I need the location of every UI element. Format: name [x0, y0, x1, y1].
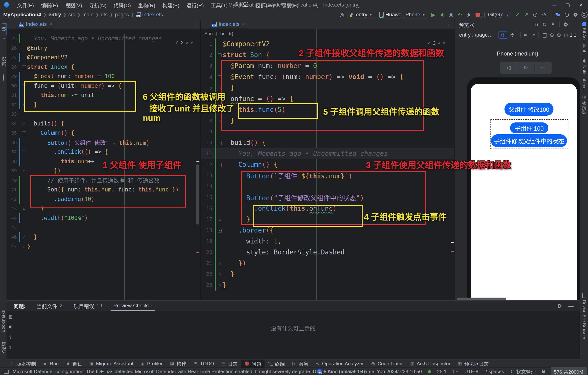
maximize-icon[interactable]: ▢ [561, 0, 575, 10]
lock-icon[interactable] [542, 371, 545, 373]
editor-breadcrumb[interactable]: Son❯build() [204, 30, 233, 37]
fold-marker[interactable]: ⌂ [217, 261, 223, 265]
code-line[interactable]: 5⌂ } [201, 82, 454, 93]
fold-marker[interactable]: − [21, 131, 27, 135]
preview-button-parent[interactable]: 父组件 修改100 [504, 103, 554, 116]
tool-window-button-版本控制[interactable]: 版本控制 [6, 360, 39, 367]
tool-tab-project[interactable]: 项目 [0, 22, 7, 31]
rerun-button[interactable]: ↻ [456, 11, 463, 18]
plug-icon[interactable] [549, 21, 556, 28]
rotate-device-icon[interactable]: ↻ [517, 61, 534, 74]
code-line[interactable]: 46⌂ } [7, 232, 200, 242]
code-line[interactable]: 30− func = (unit: number) => { [7, 81, 200, 91]
code-line[interactable]: 11 You, Moments ago • Uncommitted change… [201, 148, 454, 159]
fold-marker[interactable]: ⌂ [217, 119, 223, 123]
problems-tab[interactable]: 当前文件2 [37, 301, 62, 311]
components-icon[interactable]: ▪▪ [521, 31, 529, 39]
device-file-browser-icon[interactable] [582, 293, 586, 299]
previewer-settings-icon[interactable] [562, 21, 569, 28]
code-line[interactable]: 26@Entry [7, 43, 200, 53]
inspection-widget[interactable]: ✓2∧∨ [425, 40, 447, 46]
menu-item[interactable]: 文件(F) [13, 1, 37, 9]
panel-minimize-icon[interactable]: — [567, 303, 575, 309]
settings-gear-icon[interactable] [572, 11, 579, 18]
history-icon[interactable] [532, 11, 539, 18]
code-line[interactable]: 15 Button("子组件修改父组件中的状态") [201, 192, 454, 203]
tool-window-button-日志[interactable]: ▤日志 [218, 360, 241, 367]
tool-window-button-code-linter[interactable]: ◎Code Linter [367, 360, 407, 367]
menu-item[interactable]: 工具(T) [207, 1, 231, 9]
breadcrumb-item[interactable]: ets [101, 12, 108, 18]
preview-button-son-modify[interactable]: 子组件修改父组件中的状态 [491, 134, 567, 147]
code-line[interactable]: 43⌂ } [7, 204, 200, 213]
status-message[interactable]: Microsoft Defender configuration: The ID… [13, 369, 365, 374]
fold-marker[interactable]: ⌂ [21, 103, 27, 107]
zoom-out-icon[interactable]: ⊖ [548, 31, 555, 39]
code-line[interactable]: 4− @Event func: (num: number) => void = … [201, 71, 454, 82]
menu-item[interactable]: 运行(R) [183, 1, 207, 9]
chevron-down-icon[interactable]: ▼ [529, 31, 538, 39]
code-line[interactable]: 27@ComponentV2 [7, 53, 200, 62]
tool-window-button-终端[interactable]: >_终端 [265, 360, 288, 367]
run-button[interactable]: ▶ [430, 11, 437, 18]
fold-marker[interactable]: − [21, 83, 27, 88]
code-line[interactable]: 34− build() { [7, 119, 200, 129]
fit-screen-icon[interactable]: ◳ [562, 31, 569, 39]
code-line[interactable]: 3 @Param num: number = 0 [201, 61, 454, 71]
caret-position[interactable]: 25:1 [437, 369, 447, 374]
fold-marker[interactable]: ⌂ [21, 169, 27, 173]
code-line[interactable]: 40 // 使用子组件，并且传递数据 和 传递函数 [7, 176, 200, 185]
tab-index-ets-left[interactable]: ETS Index.ets ✕ [16, 20, 56, 29]
group-icon[interactable]: ▦ [8, 314, 12, 319]
code-line[interactable]: 36 Button("父组件 修改" + this.num) [7, 138, 200, 147]
attach-debugger-button[interactable] [465, 11, 472, 18]
tool-window-button-operation-analyzer[interactable]: ∿Operation Analyzer [312, 360, 367, 367]
project-structure-icon[interactable] [554, 11, 561, 18]
git-branch-widget[interactable]: 状态管理 [510, 368, 536, 375]
zoom-ratio[interactable]: 1:1 [570, 32, 576, 38]
inspection-widget[interactable]: ✓2∧∨ [173, 39, 195, 46]
git-push-icon[interactable]: ↗ [523, 11, 530, 18]
code-line[interactable]: 13 Button(`子组件 ${this.num}`) [201, 170, 454, 181]
code-line[interactable]: 14 [201, 181, 454, 192]
fold-marker[interactable]: − [21, 121, 27, 126]
tool-window-button-run[interactable]: ▶Run [39, 360, 62, 367]
device-select[interactable]: Huawei_Phone ▼ [377, 11, 428, 19]
tool-window-button-调试[interactable]: 调试 [62, 360, 86, 367]
code-line[interactable]: 10− build() { [201, 137, 454, 148]
blame-widget[interactable]: Blame: You 2024/7/23 10:50 [360, 369, 422, 374]
breadcrumb-item[interactable]: pages [115, 12, 129, 18]
breadcrumb-item[interactable]: MyApplication4 [3, 12, 41, 18]
encoding[interactable]: UTF-8 [464, 369, 478, 374]
code-line[interactable]: 29 @Local num: number = 100 [7, 71, 200, 81]
layers-mode-icon[interactable] [508, 31, 517, 39]
collapse-all-icon[interactable]: ⇳ [8, 345, 12, 350]
rollback-icon[interactable]: ↺ [541, 11, 548, 18]
code-line[interactable]: 45 [7, 223, 200, 232]
close-tab-icon[interactable]: ✕ [49, 21, 52, 27]
code-line[interactable]: 35− Column() { [7, 128, 200, 138]
fold-marker[interactable]: ⌂ [217, 283, 223, 287]
tool-window-button-服务[interactable]: ▷服务 [288, 360, 312, 367]
code-line[interactable]: 19 width: 1, [201, 236, 454, 247]
close-icon[interactable]: ✕ [575, 0, 588, 10]
fold-marker[interactable]: − [217, 140, 223, 145]
fold-marker[interactable]: − [21, 65, 27, 69]
search-icon[interactable] [563, 11, 570, 18]
code-line[interactable]: 44 .width("100%") [7, 213, 200, 223]
frame-select-icon[interactable]: ▢ [541, 31, 548, 39]
code-line[interactable]: 28−struct Index { [7, 62, 200, 72]
more-options-icon[interactable]: ⋮ [193, 21, 199, 28]
tool-window-button-构建[interactable]: ◪构建 [166, 360, 190, 367]
run-config-select[interactable]: entry ▼ [347, 11, 375, 19]
settings-target-icon[interactable]: ◎ [338, 11, 345, 18]
fold-marker[interactable]: − [21, 150, 27, 154]
profiler-button[interactable]: ◉ [448, 11, 454, 18]
tab-index-ets-right[interactable]: ETS Index.ets ✕ [209, 20, 249, 29]
tool-tab-commit[interactable]: 提交 [0, 57, 7, 66]
kit-assistant-icon[interactable] [582, 21, 586, 28]
close-tab-icon[interactable]: ✕ [242, 21, 245, 27]
horizontal-scrollbar[interactable] [457, 298, 506, 300]
preview-button-son[interactable]: 子组件 100 [510, 122, 548, 133]
tool-window-button-预览器日志[interactable]: ▦预览器日志 [454, 360, 492, 367]
